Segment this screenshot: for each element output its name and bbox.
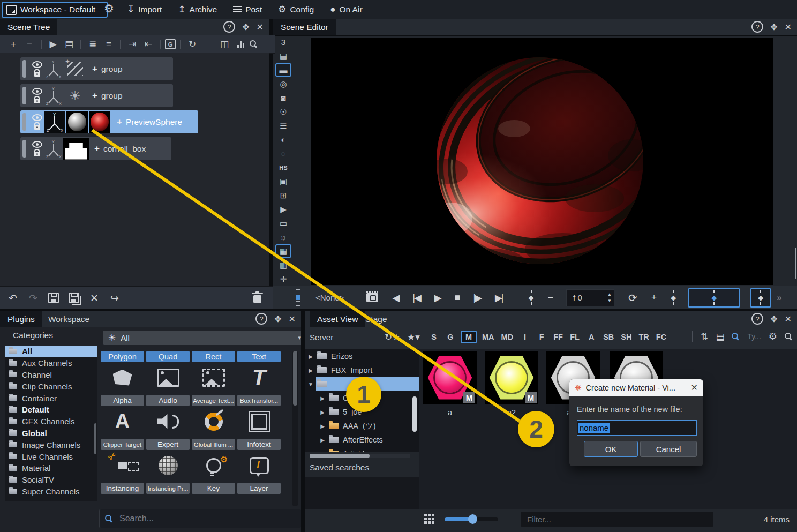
tab-scene-tree[interactable]: Scene Tree xyxy=(0,19,57,35)
tree-expand-arrow[interactable]: ▶ xyxy=(317,395,328,401)
grid-view-icon[interactable] xyxy=(424,514,435,524)
asset-type-filter[interactable]: F xyxy=(535,331,548,343)
plugin-layer[interactable]: Layer xyxy=(237,483,281,506)
close-icon[interactable]: ✕ xyxy=(785,314,792,324)
plugin-global-illum[interactable]: Global Illum ... xyxy=(192,439,235,481)
plugins-scrollbar[interactable] xyxy=(292,351,298,506)
category-gfx-channels[interactable]: GFX Channels xyxy=(5,416,97,428)
refresh-icon[interactable]: ↻ xyxy=(185,38,199,51)
asset-type-filter[interactable]: TR xyxy=(637,331,650,343)
plugin-label[interactable]: Clipper Target xyxy=(101,439,144,450)
note-icon[interactable]: ▤ xyxy=(62,38,76,51)
asset-type-filter[interactable]: MA xyxy=(480,331,496,343)
server-folder-aaa[interactable]: ▶ AAA¯(ツ) xyxy=(305,419,419,433)
container-label[interactable]: group xyxy=(101,64,123,74)
plugin-boxtransform[interactable]: BoxTransfor... xyxy=(237,395,281,437)
undo-icon[interactable]: ↶ xyxy=(5,291,20,305)
material-item-a2[interactable]: M xyxy=(485,351,538,404)
tree-row-previewsphere[interactable]: YZX + PreviewSphere xyxy=(20,110,198,133)
category-material[interactable]: Material xyxy=(5,462,97,474)
plugin-label[interactable]: BoxTransfor... xyxy=(237,395,281,406)
layers-tool[interactable]: ☰ xyxy=(275,119,291,132)
plugin-expert[interactable]: Expert xyxy=(146,439,190,481)
asset-filter-input[interactable] xyxy=(526,514,708,524)
center-tool[interactable]: ✛ xyxy=(275,272,291,286)
plugin-label[interactable]: Quad xyxy=(146,351,190,362)
tree-collapse-icon[interactable]: ≡ xyxy=(102,38,116,51)
jump-back-button[interactable]: ◀ xyxy=(392,292,398,304)
trash-icon[interactable] xyxy=(250,291,265,305)
stop-button[interactable]: ■ xyxy=(455,292,460,303)
server-folder-aftereffects[interactable]: ▶ AfterEffects xyxy=(305,433,419,447)
geometry-thumbnail[interactable] xyxy=(66,111,88,133)
category-live-channels[interactable]: Live Channels xyxy=(5,451,97,462)
performance-icon[interactable] xyxy=(234,41,247,48)
close-icon[interactable]: ✕ xyxy=(289,314,296,324)
tree-row-group-1[interactable]: YZX + group xyxy=(20,57,173,80)
play-out-button[interactable]: |▶ xyxy=(473,292,481,304)
asset-type-filter[interactable]: M xyxy=(461,331,477,343)
keyframe-editor-button[interactable]: ◆ xyxy=(750,288,771,308)
keyframe-icon[interactable]: ◆ xyxy=(529,294,534,302)
merge-icon[interactable]: ⇥ xyxy=(125,38,139,51)
plugin-label[interactable]: Infotext xyxy=(237,439,281,450)
play-button[interactable]: ▶ xyxy=(434,292,441,304)
save-as-icon[interactable] xyxy=(66,291,81,305)
overflow-chevron-icon[interactable]: » xyxy=(777,293,781,303)
plugins-search-input[interactable] xyxy=(118,513,296,524)
plugin-average-text[interactable]: Average Text... xyxy=(192,395,235,437)
plugin-label[interactable]: Global Illum ... xyxy=(192,439,235,450)
tab-scene-editor[interactable]: Scene Editor xyxy=(273,19,336,35)
expand-icon[interactable]: ✥ xyxy=(242,22,249,32)
visibility-icon[interactable] xyxy=(32,88,42,95)
server-folder-fbx-import[interactable]: ▶ FBX_Import xyxy=(305,363,419,377)
layer-stack-icon[interactable] xyxy=(296,289,300,306)
cancel-button[interactable]: Cancel xyxy=(640,441,697,457)
grid-tool[interactable]: ▦ xyxy=(275,244,291,258)
container-label[interactable]: PreviewSphere xyxy=(126,117,182,127)
menu-onair[interactable]: ● On Air xyxy=(330,4,362,15)
add-keyframe-button[interactable]: + xyxy=(651,292,657,303)
asset-type-filter[interactable]: I xyxy=(518,331,531,343)
plugin-alpha[interactable]: Alpha A xyxy=(101,395,144,437)
plugin-label[interactable]: Rect xyxy=(192,351,235,362)
tree-row-cornell-box[interactable]: YZX + cornell_box xyxy=(20,137,171,160)
add-container-icon[interactable]: + xyxy=(6,38,20,51)
tree-view-icon[interactable]: ≣ xyxy=(86,38,100,51)
help-icon[interactable]: ? xyxy=(223,21,235,33)
drag-handle[interactable] xyxy=(22,140,26,158)
asset-type-filter[interactable]: FC xyxy=(655,331,668,343)
help-icon[interactable]: ? xyxy=(751,21,763,33)
plugin-instancing-pr[interactable]: Instancing Pr... xyxy=(146,483,190,506)
vertical-splitter[interactable] xyxy=(269,19,273,309)
remove-keyframe-button[interactable]: − xyxy=(548,292,554,303)
asset-type-filter[interactable]: FL xyxy=(568,331,581,343)
saved-searches-list[interactable] xyxy=(305,477,419,509)
ok-button[interactable]: OK xyxy=(584,441,638,457)
visibility-icon[interactable] xyxy=(32,61,42,68)
next-keyframe-icon[interactable]: ◆ xyxy=(671,294,676,302)
bookmark-icon[interactable]: ★▾ xyxy=(407,332,420,343)
plugin-key[interactable]: Key xyxy=(192,483,235,506)
asset-type-filter[interactable]: S xyxy=(427,331,440,343)
hs-tool[interactable]: HS xyxy=(275,161,291,174)
asset-type-filter[interactable]: G xyxy=(444,331,457,343)
dialog-close-icon[interactable]: ✕ xyxy=(691,383,698,393)
server-folder-erizos[interactable]: ▶ Erizos xyxy=(305,349,419,363)
search-icon[interactable] xyxy=(732,333,740,341)
container-label[interactable]: cornell_box xyxy=(103,144,146,154)
detail-info-icon[interactable]: ▤ xyxy=(716,331,724,342)
asset-type-filter[interactable]: FF xyxy=(552,331,565,343)
server-folder-selected[interactable]: ▼ xyxy=(305,377,419,391)
plugin-text[interactable]: Text T xyxy=(237,351,281,393)
view-tool[interactable]: ▬ xyxy=(275,63,291,77)
expand-icon[interactable]: ✥ xyxy=(770,22,777,32)
settings-gear-icon[interactable]: ⚙ xyxy=(769,331,777,342)
menu-config[interactable]: ⚙ Config xyxy=(278,4,314,15)
dialog-titlebar[interactable]: ❋ Create new Material - Vi... ✕ xyxy=(569,379,703,396)
plugin-infotext[interactable]: Infotext xyxy=(237,439,281,481)
visibility-icon[interactable] xyxy=(32,141,42,148)
visibility-icon[interactable] xyxy=(32,114,42,121)
close-icon[interactable]: ✕ xyxy=(257,22,264,32)
plugin-quad[interactable]: Quad xyxy=(146,351,190,393)
